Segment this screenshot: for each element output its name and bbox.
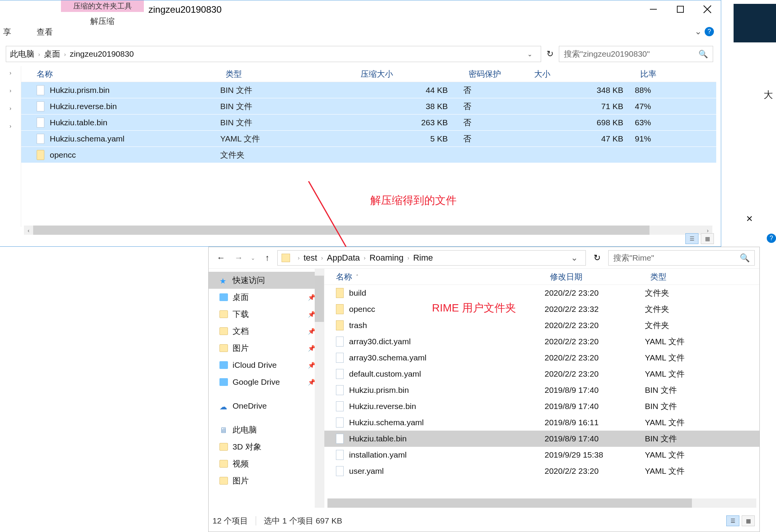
file-row[interactable]: Hukziu.table.bin2019/8/9 17:40BIN 文件 bbox=[324, 431, 759, 447]
address-bar[interactable]: › test› AppData› Roaming› Rime ⌄ bbox=[277, 250, 586, 266]
address-dropdown-icon[interactable]: ⌄ bbox=[571, 253, 578, 263]
context-tab-label: 解压缩 bbox=[61, 12, 144, 29]
search-placeholder: 搜索"zingzeu20190830" bbox=[564, 49, 650, 59]
file-row[interactable]: Hukziu.prism.binBIN 文件44 KB否348 KB88% bbox=[21, 82, 716, 98]
ribbon-tab[interactable]: 享 bbox=[0, 27, 14, 37]
side-close-icon[interactable]: ✕ bbox=[746, 214, 753, 224]
col-compressed[interactable]: 压缩大小 bbox=[361, 69, 469, 79]
file-row[interactable]: opencc文件夹 bbox=[21, 147, 716, 163]
file-row[interactable]: array30.dict.yaml2020/2/2 23:20YAML 文件 bbox=[324, 333, 759, 350]
col-size[interactable]: 大小 bbox=[534, 69, 640, 79]
chevron-right-icon[interactable]: › bbox=[10, 123, 12, 129]
col-name[interactable]: 名称 bbox=[37, 69, 226, 79]
scroll-thumb[interactable] bbox=[315, 276, 324, 322]
tree-item[interactable]: ★快速访问 bbox=[209, 272, 324, 289]
tree-label: OneDrive bbox=[233, 401, 267, 411]
tree-item[interactable]: Google Drive📌 bbox=[209, 374, 324, 391]
up-button[interactable]: ↑ bbox=[260, 250, 275, 266]
col-ratio[interactable]: 比率 bbox=[640, 69, 687, 79]
vertical-scrollbar[interactable] bbox=[315, 269, 324, 508]
file-row[interactable]: user.yaml2020/2/2 23:20YAML 文件 bbox=[324, 463, 759, 479]
crumb[interactable]: 此电脑 bbox=[10, 49, 34, 59]
file-date: 2019/8/9 17:40 bbox=[545, 402, 645, 411]
col-name[interactable]: 名称˄ bbox=[336, 271, 550, 282]
refresh-icon[interactable]: ↻ bbox=[547, 49, 553, 59]
file-row[interactable]: Hukziu.reverse.bin2019/8/9 17:40BIN 文件 bbox=[324, 398, 759, 414]
scroll-thumb[interactable] bbox=[33, 226, 649, 235]
address-bar[interactable]: 此电脑› 桌面› zingzeu20190830 ⌄ bbox=[6, 46, 541, 62]
view-details-button[interactable]: ☰ bbox=[726, 515, 739, 526]
help-icon[interactable]: ? bbox=[705, 27, 714, 36]
file-row[interactable]: installation.yaml2019/9/29 15:38YAML 文件 bbox=[324, 447, 759, 463]
recent-dropdown-icon[interactable]: ⌄ bbox=[249, 250, 257, 266]
back-button[interactable]: ← bbox=[213, 250, 229, 266]
file-row[interactable]: build2020/2/2 23:20文件夹 bbox=[324, 285, 759, 301]
view-thumbnails-button[interactable]: ▦ bbox=[742, 515, 755, 526]
file-date: 2019/8/9 17:40 bbox=[545, 386, 645, 395]
file-row[interactable]: trash2020/2/2 23:20文件夹 bbox=[324, 317, 759, 333]
file-row[interactable]: array30.schema.yaml2020/2/2 23:20YAML 文件 bbox=[324, 350, 759, 366]
refresh-icon[interactable]: ↻ bbox=[594, 253, 601, 263]
tree-item[interactable]: 图片📌 bbox=[209, 340, 324, 357]
file-row[interactable]: Hukziu.schema.yaml2019/8/9 16:11YAML 文件 bbox=[324, 414, 759, 431]
crumb[interactable]: 桌面 bbox=[44, 49, 60, 59]
tree-item[interactable]: 桌面📌 bbox=[209, 289, 324, 306]
crumb[interactable]: Rime bbox=[413, 253, 433, 263]
scroll-right-icon[interactable]: › bbox=[703, 227, 712, 234]
chevron-right-icon[interactable]: › bbox=[10, 70, 12, 76]
ribbon-tab[interactable]: 查看 bbox=[34, 27, 56, 37]
scroll-thumb[interactable] bbox=[327, 498, 692, 508]
view-details-button[interactable]: ☰ bbox=[685, 233, 698, 244]
search-input[interactable]: 搜索"Rime" 🔍 bbox=[608, 250, 755, 266]
file-row[interactable]: Hukziu.table.binBIN 文件263 KB否698 KB63% bbox=[21, 114, 716, 131]
maximize-button[interactable] bbox=[667, 0, 694, 18]
close-button[interactable] bbox=[694, 0, 721, 18]
crumb[interactable]: zingzeu20190830 bbox=[70, 49, 134, 59]
file-password: 否 bbox=[463, 117, 529, 128]
search-input[interactable]: 搜索"zingzeu20190830" 🔍 bbox=[559, 46, 713, 62]
tree-item[interactable]: 图片 bbox=[209, 472, 324, 489]
crumb[interactable]: test bbox=[304, 253, 317, 263]
file-row[interactable]: Hukziu.schema.yamlYAML 文件5 KB否47 KB91% bbox=[21, 131, 716, 147]
forward-button[interactable]: → bbox=[231, 250, 246, 266]
crumb[interactable]: Roaming bbox=[369, 253, 403, 263]
folder-icon bbox=[219, 310, 228, 318]
col-date[interactable]: 修改日期 bbox=[550, 271, 650, 282]
col-type[interactable]: 类型 bbox=[650, 271, 727, 282]
file-row[interactable]: default.custom.yaml2020/2/2 23:20YAML 文件 bbox=[324, 366, 759, 382]
ribbon-context-tab[interactable]: 压缩的文件夹工具 解压缩 bbox=[61, 0, 144, 29]
folder-icon bbox=[219, 477, 228, 485]
file-type: BIN 文件 bbox=[220, 101, 355, 112]
col-type[interactable]: 类型 bbox=[226, 69, 361, 79]
view-thumbnails-button[interactable]: ▦ bbox=[701, 233, 714, 244]
tree-item[interactable]: 下载📌 bbox=[209, 306, 324, 323]
tree-item[interactable]: ☁OneDrive bbox=[209, 397, 324, 414]
nav-pane-collapsed[interactable]: › › › › bbox=[0, 66, 21, 227]
tree-item[interactable]: 🖥此电脑 bbox=[209, 421, 324, 438]
minimize-button[interactable] bbox=[640, 0, 667, 18]
horizontal-scrollbar[interactable] bbox=[327, 498, 756, 508]
pin-icon: 📌 bbox=[308, 328, 315, 335]
scroll-left-icon[interactable]: ‹ bbox=[24, 227, 33, 234]
tree-item[interactable]: iCloud Drive📌 bbox=[209, 357, 324, 374]
file-icon bbox=[336, 450, 344, 460]
side-help-icon[interactable]: ? bbox=[767, 234, 776, 243]
crumb[interactable]: AppData bbox=[327, 253, 360, 263]
col-password[interactable]: 密码保护 bbox=[469, 69, 534, 79]
nav-tree: ★快速访问桌面📌下载📌文档📌图片📌iCloud Drive📌Google Dri… bbox=[209, 269, 324, 508]
chevron-right-icon[interactable]: › bbox=[10, 105, 12, 111]
tree-item[interactable]: 文档📌 bbox=[209, 323, 324, 340]
tree-item[interactable]: 3D 对象 bbox=[209, 438, 324, 455]
file-row[interactable]: Hukziu.reverse.binBIN 文件38 KB否71 KB47% bbox=[21, 98, 716, 114]
file-ratio: 88% bbox=[635, 86, 681, 95]
file-row[interactable]: Hukziu.prism.bin2019/8/9 17:40BIN 文件 bbox=[324, 382, 759, 398]
tree-item[interactable]: 视频 bbox=[209, 455, 324, 472]
address-dropdown-icon[interactable]: ⌄ bbox=[527, 51, 532, 58]
chevron-right-icon[interactable]: › bbox=[10, 88, 12, 94]
file-row[interactable]: opencc2020/2/2 23:32文件夹 bbox=[324, 301, 759, 317]
ribbon-collapse-icon[interactable]: ⌄ bbox=[695, 27, 702, 37]
file-icon bbox=[336, 434, 344, 444]
svg-rect-1 bbox=[677, 6, 683, 12]
folder-icon bbox=[219, 460, 228, 468]
horizontal-scrollbar[interactable]: ‹ › bbox=[24, 226, 712, 235]
